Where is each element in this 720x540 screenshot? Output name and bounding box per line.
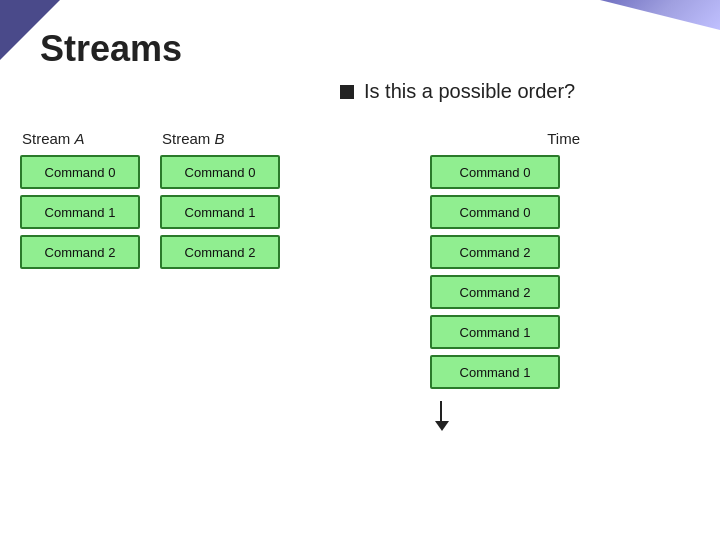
stream-a-cmd-0: Command 0: [20, 155, 140, 189]
stream-b-label: Stream B: [160, 130, 290, 147]
timeline-area: Time Command 0 Command 0 Command 2 Comma…: [430, 130, 580, 395]
stream-b-cmd-0: Command 0: [160, 155, 280, 189]
timeline-cmd-1: Command 0: [430, 195, 560, 229]
timeline-cmd-0: Command 0: [430, 155, 560, 189]
stream-a-letter: A: [75, 130, 85, 147]
question-area: Is this a possible order?: [340, 80, 575, 103]
timeline-items: Command 0 Command 0 Command 2 Command 2 …: [430, 155, 580, 395]
stream-a-column: Stream A Command 0 Command 1 Command 2: [20, 130, 150, 275]
timeline-cmd-2: Command 2: [430, 235, 560, 269]
stream-b-column: Stream B Command 0 Command 1 Command 2: [160, 130, 290, 275]
stream-b-cmd-1: Command 1: [160, 195, 280, 229]
stream-b-cmd-2: Command 2: [160, 235, 280, 269]
stream-a-cmd-2: Command 2: [20, 235, 140, 269]
streams-container: Stream A Command 0 Command 1 Command 2 S…: [20, 130, 290, 275]
timeline-arrow-head: [435, 421, 449, 431]
timeline-cmd-5: Command 1: [430, 355, 560, 389]
stream-b-letter: B: [215, 130, 225, 147]
bullet-icon: [340, 85, 354, 99]
stream-a-label: Stream A: [20, 130, 150, 147]
corner-decoration-tr: [600, 0, 720, 30]
stream-a-cmd-1: Command 1: [20, 195, 140, 229]
timeline-cmd-3: Command 2: [430, 275, 560, 309]
page-title: Streams: [40, 28, 182, 70]
timeline-cmd-4: Command 1: [430, 315, 560, 349]
time-label: Time: [430, 130, 580, 147]
question-text: Is this a possible order?: [364, 80, 575, 103]
